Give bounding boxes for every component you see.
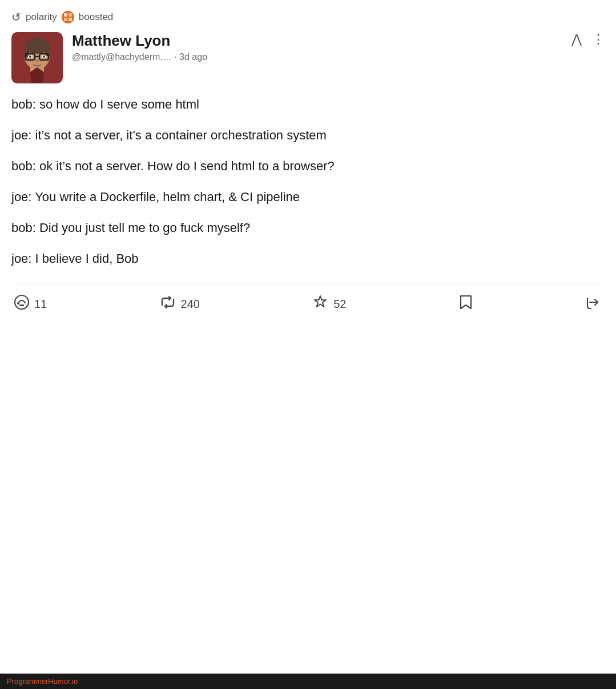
content-line-1: bob: so how do I serve some html bbox=[11, 95, 605, 114]
reply-count: 11 bbox=[34, 298, 47, 311]
brand-name: ProgrammerHumor.io bbox=[7, 677, 78, 686]
boost-bar: ↺ polarity boosted bbox=[11, 10, 605, 24]
reply-icon bbox=[14, 294, 30, 314]
user-info: Matthew Lyon @mattly@hachyderm.… · 3d ag… bbox=[72, 32, 571, 62]
booster-avatar[interactable] bbox=[62, 11, 74, 23]
content-line-2: joe: it’s not a server, it’s a container… bbox=[11, 126, 605, 145]
action-bar: 11 240 52 bbox=[11, 283, 605, 321]
svg-rect-1 bbox=[64, 13, 67, 17]
boost-action[interactable]: 240 bbox=[159, 294, 200, 315]
footer-bar: ProgrammerHumor.io bbox=[0, 674, 616, 689]
post-card: ↺ polarity boosted bbox=[0, 0, 616, 674]
boost-count: 240 bbox=[181, 298, 200, 311]
bookmark-icon bbox=[458, 294, 473, 315]
post-header-actions: ⋀ ⋮ bbox=[571, 32, 605, 47]
more-options-button[interactable]: ⋮ bbox=[592, 33, 605, 46]
star-icon bbox=[312, 294, 329, 315]
handle-time: @mattly@hachyderm.… · 3d ago bbox=[72, 52, 571, 62]
collapse-button[interactable]: ⋀ bbox=[571, 32, 582, 47]
svg-point-18 bbox=[35, 59, 39, 62]
share-action[interactable] bbox=[585, 294, 602, 315]
svg-point-20 bbox=[17, 302, 19, 305]
content-line-5: bob: Did you just tell me to go fuck mys… bbox=[11, 218, 605, 238]
boost-icon: ↺ bbox=[11, 10, 21, 24]
avatar-image bbox=[11, 32, 63, 83]
content-line-4: joe: You write a Dockerfile, helm chart,… bbox=[11, 187, 605, 207]
content-line-3: bob: ok it’s not a server. How do I send… bbox=[11, 157, 605, 176]
bookmark-svg bbox=[458, 294, 473, 311]
boost-label: boosted bbox=[79, 11, 114, 23]
svg-rect-3 bbox=[64, 18, 67, 21]
svg-rect-4 bbox=[69, 18, 72, 21]
favorite-count: 52 bbox=[333, 298, 346, 311]
avatar-icon bbox=[62, 11, 74, 23]
footer-brand: ProgrammerHumor.io bbox=[7, 677, 78, 686]
svg-point-0 bbox=[62, 11, 74, 23]
svg-rect-21 bbox=[19, 305, 24, 306]
reply-action[interactable]: 11 bbox=[14, 294, 47, 314]
booster-name[interactable]: polarity bbox=[26, 11, 57, 23]
share-icon bbox=[585, 294, 602, 315]
separator: · bbox=[174, 52, 179, 62]
svg-point-19 bbox=[15, 295, 29, 309]
favorite-action[interactable]: 52 bbox=[312, 294, 346, 315]
reblog-icon bbox=[159, 294, 176, 315]
reblog-svg bbox=[159, 294, 176, 311]
star-svg bbox=[312, 294, 329, 311]
svg-rect-2 bbox=[69, 13, 72, 17]
author-avatar[interactable] bbox=[11, 32, 63, 83]
content-line-6: joe: I believe I did, Bob bbox=[11, 249, 605, 269]
svg-point-16 bbox=[29, 55, 31, 58]
reply-svg bbox=[14, 294, 30, 310]
bookmark-action[interactable] bbox=[458, 294, 473, 315]
svg-point-17 bbox=[43, 55, 45, 58]
author-name[interactable]: Matthew Lyon bbox=[72, 32, 571, 50]
post-header: Matthew Lyon @mattly@hachyderm.… · 3d ag… bbox=[11, 32, 605, 83]
post-time: 3d ago bbox=[179, 52, 207, 62]
post-content: bob: so how do I serve some html joe: it… bbox=[11, 95, 605, 269]
share-svg bbox=[585, 294, 602, 311]
author-handle[interactable]: @mattly@hachyderm.… bbox=[72, 52, 172, 62]
